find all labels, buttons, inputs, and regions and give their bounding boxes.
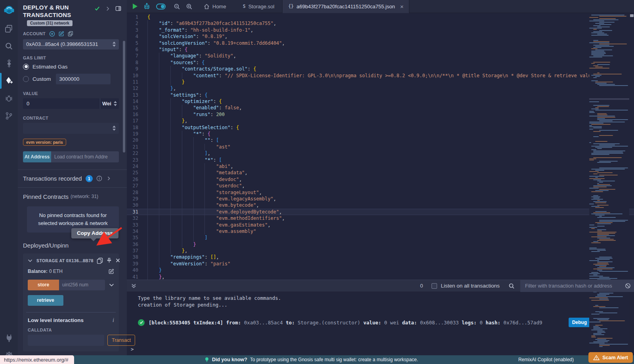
minimap-row [597,119,628,120]
indent-guide [159,163,170,170]
copy-address-icon[interactable] [97,257,103,264]
sign-message-icon[interactable] [59,31,64,36]
code-line: 4"solcVersion": "0.8.19", [127,33,634,40]
remove-contract-icon[interactable] [115,258,120,263]
add-account-icon[interactable] [49,31,55,37]
debug-button[interactable]: Debug [569,318,590,327]
indent-guide [147,53,159,59]
indent-guide [147,157,159,163]
minimap-row [589,322,601,322]
indent-guide [159,98,170,105]
code-token: { [202,59,204,66]
editor-scrollbar[interactable] [629,13,634,361]
code-line: 20"": [ [127,137,634,143]
panel-scrollbar[interactable] [123,41,125,152]
at-address-button[interactable]: At Address [23,151,51,162]
account-select[interactable]: 0xA03...85ac4 (0.39866531531 [23,39,119,50]
indent-guide [170,248,182,254]
low-level-info-icon[interactable]: i [113,317,114,324]
tab-json-file[interactable]: {} a69b43f277ba20fcac141151250ca755.json… [282,0,409,13]
collapse-contract-icon[interactable] [28,258,32,263]
indent-guide [147,98,159,105]
minimap-row [599,220,628,221]
code-editor[interactable]: 1{2"id": "a69b43f277ba20fcac141151250ca7… [127,13,634,280]
run-script-icon[interactable] [133,4,137,9]
file-explorer-icon[interactable] [0,20,18,37]
indent-guide [147,228,159,234]
git-icon[interactable] [0,107,18,124]
indent-guide [170,105,182,111]
clear-filter-icon[interactable] [625,283,631,289]
editor-scrollbar-thumb[interactable] [630,14,634,17]
minimap-row [593,25,601,26]
listen-all-transactions-checkbox[interactable] [432,283,437,289]
code-token: : [199,92,204,98]
custom-gas-input[interactable] [56,74,111,84]
code-line: 36} [127,241,634,248]
line-number: 1 [127,14,147,20]
deploy-run-icon[interactable] [0,72,18,90]
pin-panel-icon[interactable] [115,6,121,11]
indent-guide [182,105,193,111]
terminal-header: 0 Listen on all transactions [127,280,634,292]
contract-select[interactable] [23,123,119,134]
copilot-toggle-icon[interactable] [156,4,166,10]
remixai-assistant-icon[interactable] [143,3,151,10]
copilot-status[interactable]: RemixAI Copilot (enabled) [518,357,574,362]
indent-guide [182,144,193,150]
terminal-search-icon[interactable] [508,283,515,289]
expand-store-icon[interactable] [109,282,114,288]
store-button[interactable]: store [28,280,59,290]
minimap-row [591,199,603,200]
terminal-prompt: > [131,346,134,352]
copy-account-icon[interactable] [68,31,73,36]
minimap-row [599,307,619,308]
terminal[interactable]: Type the library name to see available c… [127,292,634,364]
minimap-row [591,35,609,36]
link-preview: https://remix.ethereum.org/# [0,355,74,364]
scam-alert-badge[interactable]: Scam Alert [588,352,633,363]
custom-gas-radio[interactable] [23,76,29,82]
minimap-row [589,123,603,124]
minimap-row [589,232,617,233]
zoom-out-icon[interactable] [174,3,180,10]
tab-home[interactable]: Home [198,0,232,13]
retrieve-button[interactable]: retrieve [28,295,63,306]
value-unit-select[interactable]: Wei [100,98,119,109]
code-token: "input" [159,46,179,53]
transact-button[interactable]: Transact [107,335,135,346]
at-address-input[interactable] [51,151,119,162]
transactions-recorded-row[interactable]: Transactions recorded 1 [23,170,119,187]
collapse-terminal-icon[interactable] [131,283,137,289]
code-line: 39"evmVersion": "paris" [127,261,634,267]
info-icon[interactable] [96,175,102,181]
line-number: 13 [127,92,147,98]
search-icon[interactable] [0,37,18,55]
editor-minimap[interactable] [589,13,629,361]
line-number: 15 [127,105,147,111]
pin-contract-icon[interactable] [106,257,112,263]
zoom-in-icon[interactable] [186,3,193,10]
listen-all-transactions-label: Listen on all transactions [441,283,500,289]
indent-guide [147,254,159,260]
line-number: 37 [127,248,147,254]
store-input[interactable] [59,280,105,290]
minimap-current-line [589,98,629,100]
solidity-compiler-icon[interactable] [0,55,18,72]
edit-balance-icon[interactable] [109,269,114,274]
debugger-icon[interactable] [0,90,18,107]
remix-logo-icon[interactable] [0,2,18,20]
estimated-gas-radio[interactable] [23,64,29,70]
minimap-row [589,249,605,250]
calldata-input[interactable] [28,335,104,346]
expand-transactions-icon[interactable] [107,176,111,181]
filter-transactions-input[interactable] [525,283,625,289]
close-tab-icon[interactable]: × [400,4,404,10]
value-input[interactable] [23,98,100,109]
indent-guide [170,98,182,105]
plugin-manager-icon[interactable] [0,329,18,347]
expand-panel-icon[interactable] [105,6,110,11]
code-token: , [242,183,244,189]
tab-storage-sol[interactable]: S Storage.sol [237,0,280,13]
minimap-row [595,141,607,142]
